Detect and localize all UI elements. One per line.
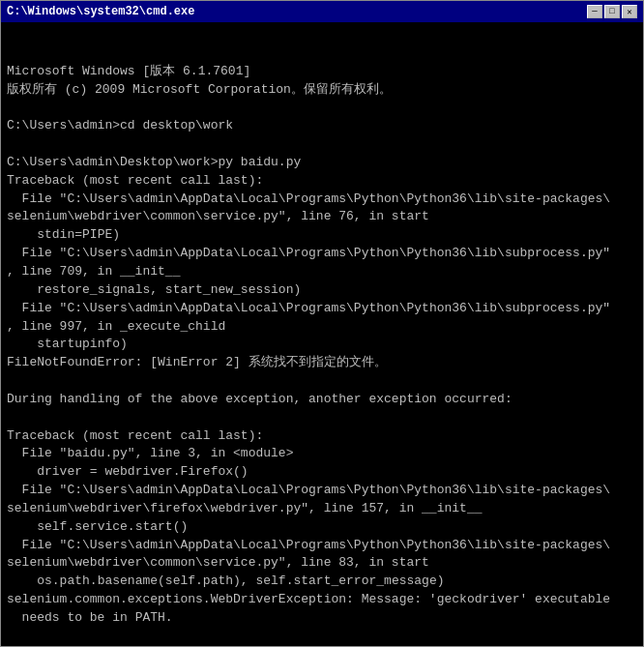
window-title: C:\Windows\system32\cmd.exe bbox=[7, 5, 194, 18]
console-line: self.service.start() bbox=[7, 518, 637, 537]
console-line: Microsoft Windows [版本 6.1.7601] bbox=[7, 63, 637, 81]
console-line: , line 709, in __init__ bbox=[7, 263, 637, 281]
console-line: C:\Users\admin\Desktop\work>py baidu.py bbox=[7, 154, 637, 172]
close-button[interactable]: ✕ bbox=[622, 5, 637, 18]
console-line: needs to be in PATH. bbox=[7, 609, 637, 628]
console-line: selenium.common.exceptions.WebDriverExce… bbox=[7, 591, 637, 609]
console-line bbox=[7, 409, 637, 427]
console-line: stdin=PIPE) bbox=[7, 226, 637, 245]
console-line: startupinfo) bbox=[7, 336, 637, 354]
console-line: File "C:\Users\admin\AppData\Local\Progr… bbox=[7, 245, 637, 263]
console-line: File "C:\Users\admin\AppData\Local\Progr… bbox=[7, 537, 637, 555]
minimize-button[interactable]: ─ bbox=[587, 5, 602, 18]
console-line: File "C:\Users\admin\AppData\Local\Progr… bbox=[7, 482, 637, 500]
console-line: selenium\webdriver\firefox\webdriver.py"… bbox=[7, 500, 637, 518]
console-line bbox=[7, 372, 637, 391]
console-line: selenium\webdriver\common\service.py", l… bbox=[7, 554, 637, 573]
console-line: During handling of the above exception, … bbox=[7, 391, 637, 409]
console-line: C:\Users\admin>cd desktop\work bbox=[7, 117, 637, 135]
console-line: Traceback (most recent call last): bbox=[7, 427, 637, 446]
console-line: selenium\webdriver\common\service.py", l… bbox=[7, 208, 637, 226]
console-line bbox=[7, 135, 637, 154]
console-line: File "C:\Users\admin\AppData\Local\Progr… bbox=[7, 191, 637, 209]
console-line: , line 997, in _execute_child bbox=[7, 318, 637, 337]
console-output: Microsoft Windows [版本 6.1.7601]版权所有 (c) … bbox=[1, 22, 643, 646]
console-line: File "baidu.py", line 3, in <module> bbox=[7, 445, 637, 463]
console-line: Traceback (most recent call last): bbox=[7, 172, 637, 191]
console-line: driver = webdriver.Firefox() bbox=[7, 463, 637, 482]
maximize-button[interactable]: □ bbox=[604, 5, 620, 18]
console-line: restore_signals, start_new_session) bbox=[7, 281, 637, 300]
console-line: FileNotFoundError: [WinError 2] 系统找不到指定的… bbox=[7, 354, 637, 372]
cmd-window: C:\Windows\system32\cmd.exe ─ □ ✕ Micros… bbox=[0, 0, 644, 647]
console-line bbox=[7, 99, 637, 117]
window-controls: ─ □ ✕ bbox=[587, 5, 637, 18]
console-line: os.path.basename(self.path), self.start_… bbox=[7, 573, 637, 591]
console-line: 版权所有 (c) 2009 Microsoft Corporation。保留所有… bbox=[7, 81, 637, 100]
console-line: File "C:\Users\admin\AppData\Local\Progr… bbox=[7, 300, 637, 318]
title-bar: C:\Windows\system32\cmd.exe ─ □ ✕ bbox=[1, 1, 643, 22]
console-line bbox=[7, 628, 637, 646]
